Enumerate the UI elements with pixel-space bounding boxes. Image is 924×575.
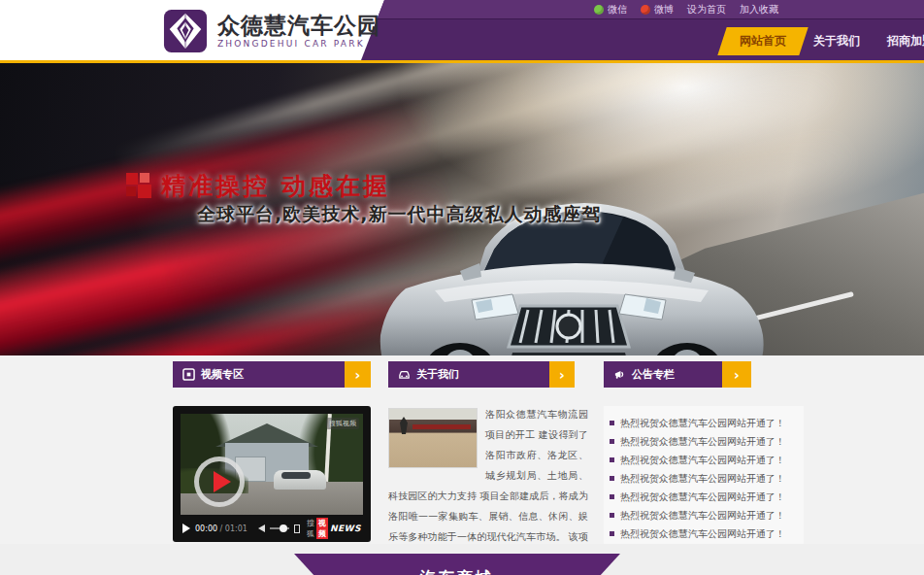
video-section-header: 视频专区 › [173, 361, 371, 388]
video-thumbnail: 搜狐视频 [181, 414, 363, 515]
about-section: 关于我们 › 洛阳众德慧汽车物流园项目的开工 建设得到了洛阳市政府、洛龙区、城乡… [388, 361, 588, 388]
logo-title: 众德慧汽车公园 [217, 13, 380, 38]
wechat-link[interactable]: 微信 [594, 3, 627, 17]
about-section-header: 关于我们 › [388, 361, 575, 388]
notice-item-text: 热烈祝贺众德慧汽车公园网站开通了！ [620, 509, 785, 523]
bullet-icon [610, 421, 614, 425]
main-nav: 网站首页 关于我们 招商加盟 汽车品牌 汽车商城 新闻中心 联系我们 [726, 23, 924, 58]
fullscreen-icon[interactable] [294, 524, 300, 533]
bullet-icon [610, 494, 614, 499]
notice-item-text: 热烈祝贺众德慧汽车公园网站开通了！ [620, 435, 785, 449]
about-section-titlebar: 关于我们 [388, 361, 549, 388]
notice-item[interactable]: 热烈祝贺众德慧汽车公园网站开通了！ [610, 414, 798, 432]
bullet-icon [610, 439, 614, 444]
notice-item-text: 热烈祝贺众德慧汽车公园网站开通了！ [620, 527, 785, 541]
video-section-title: 视频专区 [201, 367, 244, 382]
notice-section-header: 公告专栏 › [604, 361, 751, 388]
bullet-icon [610, 457, 614, 462]
nav-item[interactable]: 网站首页 [726, 25, 800, 57]
volume-slider[interactable] [270, 527, 289, 529]
weibo-label: 微博 [654, 3, 674, 17]
notice-section-titlebar: 公告专栏 [604, 361, 722, 388]
video-section-titlebar: 视频专区 [173, 361, 345, 388]
bullet-icon [610, 531, 614, 536]
volume-icon[interactable] [258, 524, 265, 532]
header-purple-panel: 微信 微博 设为首页 加入收藏 网站首页 关于我们 招商加盟 汽车品牌 [349, 0, 924, 60]
bullet-icon [610, 513, 614, 518]
nav-item[interactable]: 关于我们 [800, 25, 874, 57]
footer-strip: 汽车商城 [0, 544, 924, 575]
logo[interactable]: 众德慧汽车公园 ZHONGDEHUI CAR PARK [163, 9, 380, 53]
topbar: 微信 微博 设为首页 加入收藏 [349, 0, 924, 19]
set-home-link[interactable]: 设为首页 [687, 3, 726, 17]
notice-section-more-button[interactable]: › [722, 361, 751, 388]
hero-banner[interactable]: 精准操控 动感在握 全球平台,欧美技术,新一代中高级私人动感座驾 [0, 63, 924, 355]
video-time: 00:00 / 01:01 [195, 524, 248, 533]
car-icon [398, 368, 411, 381]
about-section-title: 关于我们 [416, 367, 459, 382]
video-icon [182, 368, 195, 381]
notice-item-text: 热烈祝贺众德慧汽车公园网站开通了！ [620, 490, 785, 504]
notice-item-text: 热烈祝贺众德慧汽车公园网站开通了！ [620, 454, 785, 467]
notice-item[interactable]: 热烈祝贺众德慧汽车公园网站开通了！ [610, 506, 798, 524]
play-button[interactable] [194, 457, 245, 507]
banner-headline: 精准操控 动感在握 [161, 170, 390, 202]
banner-subheadline: 全球平台,欧美技术,新一代中高级私人动感座驾 [197, 202, 601, 227]
video-watermark: 搜狐视频 [326, 418, 359, 429]
notice-item[interactable]: 热烈祝贺众德慧汽车公园网站开通了！ [610, 469, 798, 488]
content-area: 视频专区 › 搜狐视频 [0, 355, 924, 575]
about-section-more-button[interactable]: › [549, 361, 575, 388]
player-play-icon[interactable] [182, 524, 190, 533]
notice-section-title: 公告专栏 [632, 367, 675, 382]
weibo-link[interactable]: 微博 [641, 3, 674, 17]
video-player[interactable]: 搜狐视频 00:00 / 01:01 搜狐 视频 NEWS [173, 406, 371, 542]
logo-icon [163, 9, 208, 53]
page: 微信 微博 设为首页 加入收藏 网站首页 关于我们 招商加盟 汽车品牌 [0, 0, 924, 575]
notice-section: 公告专栏 › 热烈祝贺众德慧汽车公园网站开通了！ 热烈祝贺众德慧汽车公园网站开通… [604, 361, 804, 388]
notice-item[interactable]: 热烈祝贺众德慧汽车公园网站开通了！ [610, 432, 798, 451]
banner-badge-icon [126, 173, 151, 198]
nav-item[interactable]: 招商加盟 [874, 25, 924, 57]
megaphone-icon [613, 368, 626, 381]
logo-subtitle: ZHONGDEHUI CAR PARK [217, 38, 380, 50]
logo-text: 众德慧汽车公园 ZHONGDEHUI CAR PARK [217, 13, 380, 50]
about-photo [388, 408, 478, 468]
video-controls: 00:00 / 01:01 搜狐 视频 NEWS [181, 519, 363, 538]
notice-item[interactable]: 热烈祝贺众德慧汽车公园网站开通了！ [610, 451, 798, 469]
notice-list: 热烈祝贺众德慧汽车公园网站开通了！ 热烈祝贺众德慧汽车公园网站开通了！ 热烈祝贺… [604, 406, 804, 545]
video-section-more-button[interactable]: › [345, 361, 371, 388]
wechat-icon [594, 5, 604, 15]
player-brand: 搜狐 视频 NEWS [307, 518, 361, 539]
weibo-icon [641, 5, 650, 15]
video-section: 视频专区 › 搜狐视频 [173, 361, 373, 388]
footer-section-banner: 汽车商城 [294, 554, 620, 575]
notice-item[interactable]: 热烈祝贺众德慧汽车公园网站开通了！ [610, 524, 798, 543]
notice-item-text: 热烈祝贺众德慧汽车公园网站开通了！ [620, 472, 785, 486]
header: 微信 微博 设为首页 加入收藏 网站首页 关于我们 招商加盟 汽车品牌 [0, 0, 924, 62]
notice-item-text: 热烈祝贺众德慧汽车公园网站开通了！ [620, 417, 785, 430]
add-favorite-link[interactable]: 加入收藏 [740, 3, 778, 17]
wechat-label: 微信 [608, 3, 627, 17]
footer-section-title: 汽车商城 [294, 568, 620, 575]
bullet-icon [610, 476, 614, 481]
notice-item[interactable]: 热烈祝贺众德慧汽车公园网站开通了！ [610, 488, 798, 506]
